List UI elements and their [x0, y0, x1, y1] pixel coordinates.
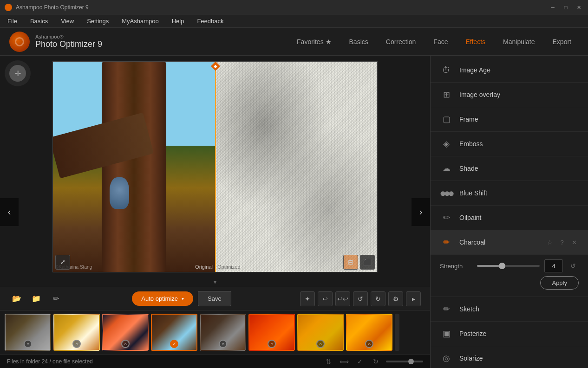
effect-item-frame[interactable]: ▢ Frame: [431, 107, 588, 131]
thumb-check-5: ○: [219, 340, 227, 348]
strength-value[interactable]: 4: [544, 259, 563, 272]
tab-face[interactable]: Face: [426, 35, 455, 48]
rotate-ccw-button[interactable]: ↺: [353, 291, 368, 306]
effect-item-image-overlay[interactable]: ⊞ Image overlay: [431, 83, 588, 107]
effect-item-oilpaint[interactable]: ✏ Oilpaint: [431, 206, 588, 230]
strength-slider-fill: [477, 265, 502, 267]
effect-item-emboss[interactable]: ◈ Emboss: [431, 132, 588, 156]
menu-settings[interactable]: Settings: [84, 17, 111, 26]
tab-basics[interactable]: Basics: [342, 35, 376, 48]
menu-basics[interactable]: Basics: [27, 17, 51, 26]
effect-name-image-overlay: Image overlay: [459, 91, 579, 98]
effect-name-sketch: Sketch: [459, 305, 579, 313]
menu-help[interactable]: Help: [169, 17, 187, 26]
tab-favorites[interactable]: Favorites ★: [289, 35, 339, 48]
frame-icon: ▢: [440, 113, 453, 126]
menu-myashampoo[interactable]: MyAshampoo: [119, 17, 161, 26]
strength-setting-row: Strength 4 ↺: [440, 259, 579, 272]
effect-item-shade[interactable]: ☁ Shade: [431, 156, 588, 181]
menu-bar: File Basics View Settings MyAshampoo Hel…: [0, 15, 588, 28]
save-button[interactable]: Save: [198, 291, 231, 306]
tab-manipulate[interactable]: Manipulate: [496, 35, 542, 48]
tab-effects[interactable]: Effects: [458, 35, 493, 48]
title-bar-controls: ─ □ ✕: [548, 3, 583, 12]
menu-feedback[interactable]: Feedback: [194, 17, 226, 26]
info-charcoal-button[interactable]: ?: [557, 238, 567, 247]
split-view-button[interactable]: ⊟: [343, 255, 358, 270]
thumbnail-4[interactable]: ✓: [151, 314, 197, 351]
app-title: Ashampoo Photo Optimizer 9: [16, 4, 89, 11]
single-view-button[interactable]: ⬛: [360, 255, 375, 270]
right-panel: ⏱ Image Age ⊞ Image overlay ▢ Frame ◈ Em…: [430, 56, 588, 368]
thumbnail-5[interactable]: ○: [200, 314, 246, 351]
effect-item-blue-shift[interactable]: ⬤⬤⬤ Blue Shift: [431, 181, 588, 205]
rotate-icon[interactable]: ↻: [370, 356, 381, 367]
swap-icon[interactable]: ⇅: [323, 356, 334, 367]
close-charcoal-button[interactable]: ✕: [569, 238, 579, 247]
pan-inner[interactable]: ✛: [9, 65, 26, 82]
undo-all-button[interactable]: ↩↩: [335, 291, 350, 306]
minimize-button[interactable]: ─: [548, 3, 557, 12]
posterize-icon: ▣: [440, 327, 453, 340]
thumb-check-6: ○: [268, 340, 276, 348]
reset-strength-button[interactable]: ↺: [568, 260, 579, 271]
zoom-slider[interactable]: [386, 361, 423, 362]
favorite-charcoal-button[interactable]: ☆: [545, 238, 555, 247]
brand: Ashampoo® Photo Optimizer 9: [9, 32, 102, 52]
effect-name-blue-shift: Blue Shift: [459, 189, 579, 197]
blue-shift-icon: ⬤⬤⬤: [440, 187, 453, 200]
charcoal-icon: ✏: [440, 236, 453, 249]
nav-tabs: Favorites ★ Basics Correction Face Effec…: [289, 35, 579, 48]
thumb-check-4: ✓: [170, 340, 178, 348]
effect-item-posterize[interactable]: ▣ Posterize: [431, 322, 588, 346]
thumb-check-1: ○: [24, 340, 32, 348]
solarize-icon: ◎: [440, 352, 453, 365]
nav-arrow-right[interactable]: ›: [412, 198, 430, 226]
optimized-label: Optimized: [217, 264, 241, 270]
view-controls: ⊟ ⬛: [343, 255, 375, 270]
strength-slider-thumb: [499, 263, 505, 269]
rotate-cw-button[interactable]: ↻: [371, 291, 385, 306]
open-file-button[interactable]: 📂: [9, 291, 24, 306]
thumbnail-1[interactable]: ○: [5, 314, 51, 351]
thumbnail-8[interactable]: ○: [346, 314, 392, 351]
magic-wand-button[interactable]: ✦: [300, 291, 315, 306]
effect-item-charcoal[interactable]: ✏ Charcoal ☆ ? ✕: [431, 230, 588, 254]
header: Ashampoo® Photo Optimizer 9 Favorites ★ …: [0, 28, 588, 56]
collapse-arrow[interactable]: ▾: [0, 278, 430, 287]
image-age-icon: ⏱: [440, 64, 453, 77]
more-button[interactable]: ▸: [406, 291, 421, 306]
settings-button[interactable]: ⚙: [388, 291, 403, 306]
maximize-button[interactable]: □: [561, 3, 570, 12]
undo-button[interactable]: ↩: [318, 291, 333, 306]
close-button[interactable]: ✕: [574, 3, 583, 12]
brand-text: Ashampoo® Photo Optimizer 9: [35, 34, 102, 49]
apply-button[interactable]: Apply: [540, 276, 579, 290]
effect-name-shade: Shade: [459, 165, 579, 172]
pan-control[interactable]: ✛: [5, 60, 31, 86]
thumbnail-3[interactable]: ○: [102, 314, 149, 351]
menu-view[interactable]: View: [58, 17, 77, 26]
sketch-icon: ✏: [440, 303, 453, 316]
fullscreen-button[interactable]: ⤢: [55, 255, 70, 270]
menu-file[interactable]: File: [5, 17, 20, 26]
tab-correction[interactable]: Correction: [379, 35, 424, 48]
thumbnail-7[interactable]: ○: [297, 314, 344, 351]
effect-item-solarize[interactable]: ◎ Solarize: [431, 346, 588, 368]
tab-export[interactable]: Export: [545, 35, 579, 48]
effect-item-image-age[interactable]: ⏱ Image Age: [431, 58, 588, 82]
app-icon: [5, 4, 12, 11]
check-icon[interactable]: ✓: [354, 356, 366, 367]
auto-optimize-button[interactable]: Auto optimize ▾: [132, 291, 193, 306]
thumbnail-scrollbar[interactable]: [395, 314, 399, 351]
nav-arrow-left[interactable]: ‹: [0, 198, 19, 226]
effect-name-solarize: Solarize: [459, 355, 579, 362]
add-file-button[interactable]: 📁: [29, 291, 44, 306]
edit-button[interactable]: ✏: [48, 291, 63, 306]
strength-slider[interactable]: [477, 265, 540, 267]
thumbnail-2[interactable]: ○: [53, 314, 100, 351]
arrows-icon[interactable]: ⟺: [339, 356, 350, 367]
thumbnail-6[interactable]: ○: [248, 314, 295, 351]
effect-item-sketch[interactable]: ✏ Sketch: [431, 297, 588, 321]
toolbar-right: ✦ ↩ ↩↩ ↺ ↻ ⚙ ▸: [300, 291, 421, 306]
